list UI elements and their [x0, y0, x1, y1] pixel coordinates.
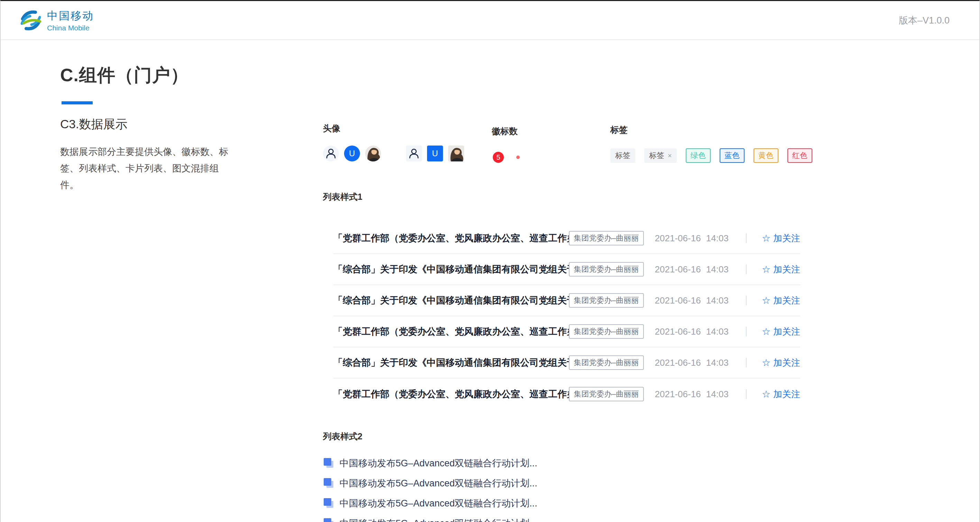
tag-text: 红色 [792, 151, 807, 161]
news-list: 「党群工作部（党委办公室、党风廉政办公室、巡查工作办公室）」关于开展年度... … [333, 223, 800, 409]
star-icon: ☆ [762, 295, 770, 306]
avatar-square-placeholder [406, 146, 422, 162]
tag-closable: 标签 × [644, 148, 677, 163]
logo-text-cn: 中国移动 [47, 9, 94, 23]
news-date: 2021-06-16 14:03 [655, 295, 729, 306]
follow-button[interactable]: ☆ 加关注 [762, 232, 800, 244]
news-date: 2021-06-16 14:03 [655, 326, 729, 337]
document-squares-icon [324, 478, 334, 489]
avatar-demo-label: 头像 [323, 123, 340, 134]
page-title: C.组件（门户） [60, 63, 189, 87]
follow-button[interactable]: ☆ 加关注 [762, 295, 800, 307]
portrait-photo [448, 146, 464, 162]
tag-close-icon[interactable]: × [668, 152, 672, 160]
follow-button[interactable]: ☆ 加关注 [762, 326, 800, 338]
star-icon: ☆ [762, 326, 770, 337]
list-item[interactable]: 中国移动发布5G–Advanced双链融合行动计划... [324, 453, 538, 473]
avatar-circle-photo [365, 146, 381, 162]
news-title-link[interactable]: 「党群工作部（党委办公室、党风廉政办公室、巡查工作办公室）」关于开展年度... [333, 232, 569, 244]
divider [746, 233, 746, 243]
department-tag: 集团党委办–曲丽丽 [569, 293, 644, 308]
follow-label: 加关注 [773, 388, 800, 400]
table-row: 「综合部」关于印发《中国移动通信集团有限公司党组关于开展全院范围内节约用... … [333, 285, 800, 316]
document-squares-icon [324, 518, 334, 522]
tag-green: 绿色 [686, 148, 711, 163]
tag-row: 标签 标签 × 绿色 蓝色 黄色 红色 [610, 148, 812, 163]
divider [746, 327, 746, 336]
star-icon: ☆ [762, 264, 770, 275]
document-squares-icon [324, 458, 334, 468]
news-title-link[interactable]: 「党群工作部（党委办公室、党风廉政办公室、巡查工作办公室）」关于开展年度... [333, 325, 569, 338]
list-item-text: 中国移动发布5G–Advanced双链融合行动计划... [340, 517, 538, 522]
follow-label: 加关注 [773, 232, 800, 244]
department-tag: 集团党委办–曲丽丽 [569, 231, 644, 246]
divider [746, 295, 746, 305]
list-item[interactable]: 中国移动发布5G–Advanced双链融合行动计划... [324, 513, 538, 522]
follow-label: 加关注 [773, 295, 800, 307]
follow-label: 加关注 [773, 326, 800, 338]
table-row: 「党群工作部（党委办公室、党风廉政办公室、巡查工作办公室）」关于开展年度... … [333, 223, 800, 254]
person-icon [406, 146, 422, 162]
star-icon: ☆ [762, 389, 770, 400]
version-label: 版本–V1.0.0 [899, 14, 950, 27]
header: 中国移动 China Mobile 版本–V1.0.0 [1, 1, 979, 40]
list-item[interactable]: 中国移动发布5G–Advanced双链融合行动计划... [324, 493, 538, 513]
news-title-link[interactable]: 「综合部」关于印发《中国移动通信集团有限公司党组关于开展全院范围内节约用... [333, 294, 569, 307]
news-title-link[interactable]: 「综合部」关于印发《中国移动通信集团有限公司党组关于开展全院范围内节约用... [333, 263, 569, 276]
tag-text: 标签 [615, 151, 630, 161]
list-item-text: 中国移动发布5G–Advanced双链融合行动计划... [340, 477, 538, 490]
tag-text: 黄色 [758, 151, 773, 161]
table-row: 「综合部」关于印发《中国移动通信集团有限公司党组关于开展全院范围内节约用... … [333, 347, 800, 379]
logo-text-en: China Mobile [47, 24, 94, 32]
logo-text: 中国移动 China Mobile [47, 9, 94, 32]
tag-text: 蓝色 [724, 151, 740, 161]
news-date: 2021-06-16 14:03 [655, 357, 729, 368]
china-mobile-logo-icon [19, 9, 42, 32]
tag-demo-label: 标签 [610, 124, 628, 135]
component-spec-page: 中国移动 China Mobile 版本–V1.0.0 C.组件（门户） C3.… [0, 0, 980, 522]
divider [746, 358, 746, 368]
tag-default: 标签 [610, 148, 635, 163]
table-row: 「综合部」关于印发《中国移动通信集团有限公司党组关于开展全院范围内节约用... … [333, 254, 800, 285]
department-tag: 集团党委办–曲丽丽 [569, 387, 644, 401]
divider [746, 265, 746, 274]
section-description: 数据展示部分主要提供头像、徽标数、标签、列表样式、卡片列表、图文混排组件。 [60, 143, 235, 193]
department-tag: 集团党委办–曲丽丽 [569, 262, 644, 276]
news-title-link[interactable]: 「综合部」关于印发《中国移动通信集团有限公司党组关于开展全院范围内节约用... [333, 356, 569, 369]
avatar-circle-placeholder [323, 146, 339, 162]
list2-label: 列表样式2 [323, 431, 363, 442]
follow-button[interactable]: ☆ 加关注 [762, 357, 800, 369]
list1-label: 列表样式1 [323, 191, 363, 203]
badge-demo-label: 徽标数 [492, 125, 518, 137]
avatar-square-photo [448, 146, 464, 162]
badge-dot [516, 155, 520, 159]
news-date: 2021-06-16 14:03 [655, 389, 729, 400]
news-title-link[interactable]: 「党群工作部（党委办公室、党风廉政办公室、巡查工作办公室）」关于开展年度... [333, 388, 569, 400]
follow-label: 加关注 [773, 357, 800, 369]
star-icon: ☆ [762, 233, 770, 244]
document-squares-icon [324, 498, 334, 509]
tag-text: 绿色 [690, 151, 706, 161]
table-row: 「党群工作部（党委办公室、党风廉政办公室、巡查工作办公室）」关于开展年度... … [333, 316, 800, 347]
avatar-circle-letter: U [344, 146, 360, 162]
follow-button[interactable]: ☆ 加关注 [762, 263, 800, 276]
tag-blue: 蓝色 [720, 148, 745, 163]
list-item[interactable]: 中国移动发布5G–Advanced双链融合行动计划... [324, 473, 538, 493]
avatar-row: U U [323, 146, 464, 162]
badge-row: 5 [493, 152, 520, 163]
person-icon [323, 146, 339, 162]
divider [746, 389, 746, 399]
news-date: 2021-06-16 14:03 [655, 233, 729, 244]
portrait-photo [365, 146, 381, 162]
avatar-square-letter: U [427, 146, 443, 162]
table-row: 「党群工作部（党委办公室、党风廉政办公室、巡查工作办公室）」关于开展年度... … [333, 379, 800, 409]
china-mobile-logo: 中国移动 China Mobile [19, 9, 94, 32]
tag-red: 红色 [788, 148, 812, 163]
title-accent-bar [62, 101, 93, 105]
department-tag: 集团党委办–曲丽丽 [569, 324, 644, 339]
department-tag: 集团党委办–曲丽丽 [569, 355, 644, 370]
section-title: C3.数据展示 [60, 116, 127, 132]
follow-button[interactable]: ☆ 加关注 [762, 388, 800, 400]
badge-count: 5 [493, 152, 504, 163]
star-icon: ☆ [762, 357, 770, 368]
